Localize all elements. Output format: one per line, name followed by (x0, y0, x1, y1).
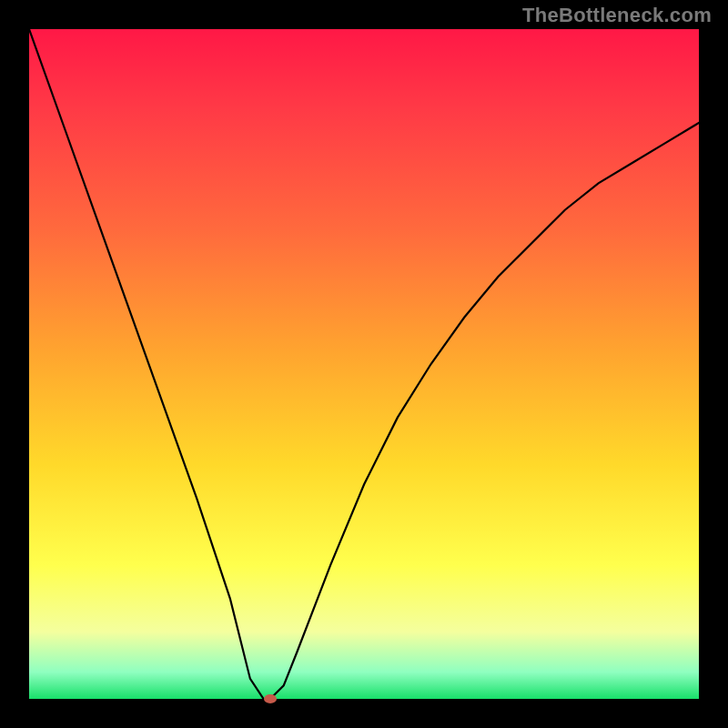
watermark-text: TheBottleneck.com (522, 4, 712, 27)
chart-frame: TheBottleneck.com (0, 0, 728, 728)
bottleneck-curve (29, 29, 699, 699)
optimal-point-marker (264, 694, 277, 703)
plot-area (29, 29, 699, 699)
curve-svg (29, 29, 699, 699)
